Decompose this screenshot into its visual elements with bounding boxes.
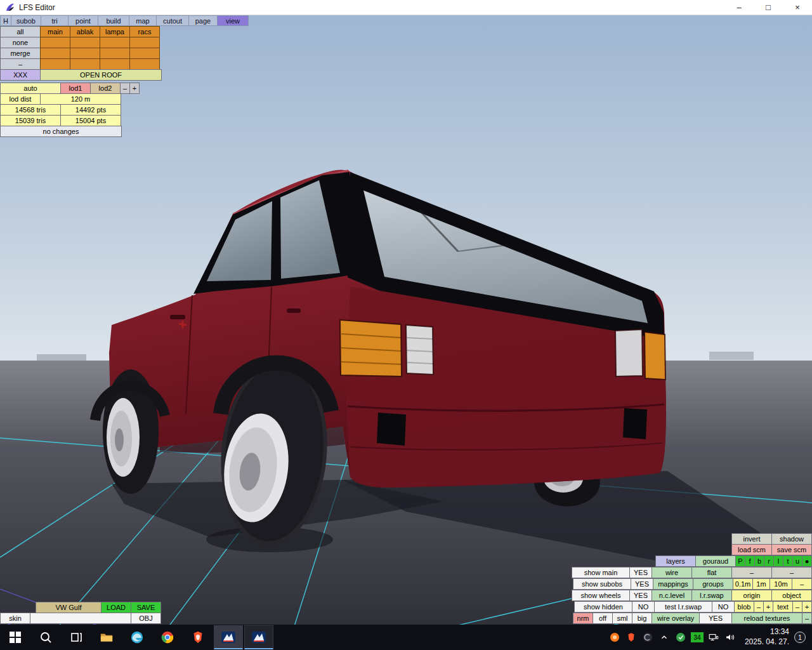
dash-button[interactable]: – [0,58,41,70]
tray-green-button[interactable] [672,625,689,650]
show-wheels-label[interactable]: show wheels [572,590,630,601]
group-slot[interactable] [129,58,160,70]
tray-brave-button[interactable] [623,625,639,650]
text-minus-button[interactable]: – [792,601,802,613]
text-plus-button[interactable]: + [802,601,812,613]
maximize-button[interactable]: □ [754,0,783,15]
wire-overlay-toggle[interactable]: YES [699,613,732,624]
menu-map[interactable]: map [129,15,157,26]
edge-button[interactable] [122,625,152,650]
menu-view[interactable]: view [217,15,249,26]
proj-r-button[interactable]: r [764,555,774,567]
mappings-button[interactable]: mappings [653,578,693,590]
grid-1m-button[interactable]: 1m [752,578,770,590]
tray-orange-button[interactable] [606,625,623,650]
vehicle-name[interactable]: VW Gulf [36,602,102,613]
menu-subob[interactable]: subob [11,15,41,26]
menu-page[interactable]: page [188,15,218,26]
show-wheels-toggle[interactable]: YES [629,590,652,601]
lod-dist-value[interactable]: 120 m [40,93,121,105]
origin-button[interactable]: origin [731,590,772,601]
group-slot[interactable] [100,37,130,48]
wire-button[interactable]: wire [652,567,692,578]
blob-minus-button[interactable]: – [754,601,764,613]
show-subobs-label[interactable]: show subobs [573,578,631,590]
proj-p-button[interactable]: P [735,555,745,567]
notification-badge[interactable]: 1 [794,632,806,643]
group-slot[interactable] [40,48,70,59]
close-button[interactable]: × [783,0,812,15]
dash-b-button[interactable]: – [771,567,812,578]
skin-label[interactable]: skin [0,613,30,624]
proj-b-button[interactable]: b [754,555,764,567]
save-scm-button[interactable]: save scm [771,544,812,555]
grid-01m-button[interactable]: 0.1m [733,578,753,590]
lod-minus-button[interactable]: – [120,83,130,94]
nc-level-button[interactable]: n.c.level [652,590,692,601]
clock[interactable]: 13:34 2025. 04. 27. [745,627,789,647]
nrm-button[interactable]: nrm [573,613,593,624]
show-subobs-toggle[interactable]: YES [631,578,653,590]
nrm-off-button[interactable]: off [593,613,613,624]
dash-a-button[interactable]: – [731,567,772,578]
lfs-editor-taskbar-button[interactable] [214,625,243,649]
menu-cutout[interactable]: cutout [156,15,189,26]
lod2-button[interactable]: lod2 [90,83,121,94]
group-slot[interactable] [129,37,160,48]
tray-swirl-button[interactable] [639,625,656,650]
groups-button[interactable]: groups [693,578,733,590]
proj-t-button[interactable]: t [783,555,793,567]
group-racs[interactable]: racs [129,26,160,37]
nrm-big-button[interactable]: big [632,613,652,624]
grid-dash-button[interactable]: – [792,578,812,590]
group-slot[interactable] [100,48,130,59]
obj-button[interactable]: OBJ [131,613,161,624]
test-lr-swap-toggle[interactable]: NO [712,601,735,613]
show-main-toggle[interactable]: YES [629,567,652,578]
menu-build[interactable]: build [98,15,129,26]
show-main-label[interactable]: show main [572,567,630,578]
merge-button[interactable]: merge [0,48,41,59]
group-slot[interactable] [70,58,100,70]
grid-10m-button[interactable]: 10m [769,578,792,590]
lod-auto-button[interactable]: auto [0,83,61,94]
group-ablak[interactable]: ablak [70,26,100,37]
show-hidden-toggle[interactable]: NO [632,601,655,613]
proj-l-button[interactable]: l [773,555,783,567]
lfs-taskbar-button[interactable] [244,625,273,649]
search-button[interactable] [30,625,61,650]
menu-point[interactable]: point [68,15,98,26]
file-explorer-button[interactable] [91,625,122,650]
menu-h[interactable]: H [0,15,11,26]
test-lr-swap-label[interactable]: test l.r.swap [654,601,712,613]
load-scm-button[interactable]: load scm [731,544,772,555]
select-all-button[interactable]: all [0,26,41,37]
network-button[interactable] [705,625,722,650]
flat-button[interactable]: flat [691,567,732,578]
nrm-sml-button[interactable]: sml [612,613,632,624]
reload-dash-button[interactable]: – [802,613,812,624]
xxx-button[interactable]: XXX [0,69,41,81]
proj-u-button[interactable]: u [792,555,802,567]
lod-plus-button[interactable]: + [129,83,140,94]
proj-f-button[interactable]: f [745,555,755,567]
reload-textures-button[interactable]: reload textures [731,613,802,624]
invert-button[interactable]: invert [731,533,772,545]
volume-button[interactable] [722,625,738,650]
menu-tri[interactable]: tri [41,15,69,26]
gouraud-button[interactable]: gouraud [695,555,736,567]
select-none-button[interactable]: none [0,37,41,48]
temp-badge-button[interactable]: 34 [689,625,705,650]
task-view-button[interactable] [61,625,91,650]
show-hidden-label[interactable]: show hidden [574,601,632,613]
lod1-button[interactable]: lod1 [60,83,91,94]
wire-overlay-label[interactable]: wire overlay [652,613,700,624]
blob-plus-button[interactable]: + [763,601,773,613]
show-hidden-icons-button[interactable] [656,625,672,650]
group-slot[interactable] [40,37,70,48]
proj-dot-button[interactable]: ● [802,555,812,567]
group-lampa[interactable]: lampa [100,26,130,37]
save-button[interactable]: SAVE [131,602,161,613]
start-button[interactable] [0,625,30,650]
object-button[interactable]: object [771,590,812,601]
